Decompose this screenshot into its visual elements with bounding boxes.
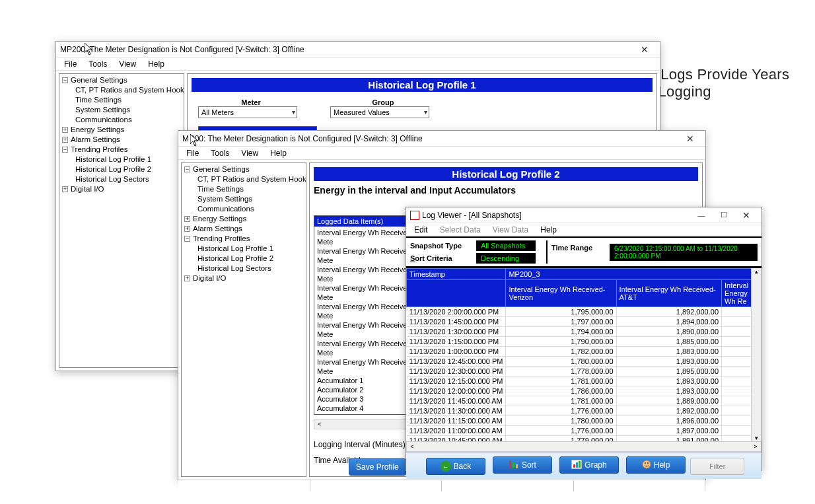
close-icon[interactable]: ✕ bbox=[633, 42, 656, 57]
close-icon[interactable]: ✕ bbox=[679, 131, 701, 146]
collapse-icon[interactable]: − bbox=[62, 147, 68, 153]
data-grid[interactable]: Timestamp MP200_3 Interval Energy Wh Rec… bbox=[406, 268, 762, 441]
maximize-icon[interactable]: ☐ bbox=[713, 208, 735, 223]
table-row[interactable]: 11/13/2020 1:30:00.000 PM1,794,000.001,8… bbox=[407, 327, 762, 337]
tree-item[interactable]: +Energy Settings bbox=[183, 214, 304, 224]
filter-button[interactable]: Filter bbox=[690, 458, 744, 475]
window-title: MMP200: The Meter Designation is Not Con… bbox=[182, 134, 679, 143]
tree-item[interactable]: −General Settings bbox=[183, 164, 304, 174]
tree-item[interactable]: Time Settings bbox=[61, 95, 182, 105]
table-row[interactable]: 11/13/2020 11:00:00.000 AM1,776,000.001,… bbox=[407, 426, 762, 436]
table-row[interactable]: 11/13/2020 12:45:00.000 PM1,780,000.001,… bbox=[407, 357, 762, 367]
tree-item[interactable]: Historical Log Profile 1 bbox=[61, 155, 182, 164]
tree-item[interactable]: Historical Log Profile 1 bbox=[183, 244, 304, 254]
tree-item[interactable]: Historical Log Sectors bbox=[61, 174, 182, 184]
group-dropdown[interactable]: Measured Values bbox=[330, 106, 429, 118]
scroll-left-icon[interactable]: < bbox=[407, 443, 417, 450]
table-row[interactable]: 11/13/2020 2:00:00.000 PM1,795,000.001,8… bbox=[407, 307, 762, 317]
subcol-verizon[interactable]: Interval Energy Wh Received- Verizon bbox=[506, 280, 616, 307]
tree-item[interactable]: System Settings bbox=[183, 194, 304, 204]
menubar: Edit Select Data View Data Help bbox=[406, 223, 762, 236]
tree-item[interactable]: +Digital I/O bbox=[61, 184, 182, 194]
tree-item[interactable]: +Energy Settings bbox=[61, 125, 182, 135]
hscroll[interactable]: < > bbox=[406, 441, 762, 452]
tree-item[interactable]: CT, PT Ratios and System Hookup bbox=[61, 85, 182, 95]
tree-item[interactable]: −Trending Profiles bbox=[183, 234, 304, 244]
menu-tools[interactable]: Tools bbox=[83, 58, 112, 70]
back-button[interactable]: ← Back bbox=[426, 458, 485, 475]
cell-timestamp: 11/13/2020 12:30:00.000 PM bbox=[407, 367, 506, 377]
settings-tree[interactable]: −General SettingsCT, PT Ratios and Syste… bbox=[181, 162, 306, 477]
minimize-icon[interactable]: — bbox=[690, 208, 713, 223]
tree-item[interactable]: −General Settings bbox=[61, 75, 182, 85]
scroll-left-icon[interactable]: < bbox=[314, 421, 325, 427]
tree-item[interactable]: Communications bbox=[61, 115, 182, 125]
scroll-right-icon[interactable]: > bbox=[750, 443, 761, 450]
help-button[interactable]: Help bbox=[626, 456, 686, 474]
snapshot-type-value[interactable]: All Snapshots bbox=[476, 240, 536, 251]
expand-icon[interactable]: + bbox=[184, 216, 190, 222]
collapse-icon[interactable]: − bbox=[184, 236, 190, 242]
col-mp200[interactable]: MP200_3 bbox=[506, 269, 762, 280]
tree-item[interactable]: +Digital I/O bbox=[183, 273, 304, 283]
expand-icon[interactable]: + bbox=[62, 137, 68, 143]
table-row[interactable]: 11/13/2020 1:00:00.000 PM1,782,000.001,8… bbox=[407, 347, 762, 357]
meter-dropdown[interactable]: All Meters bbox=[198, 106, 297, 118]
menu-file[interactable]: File bbox=[181, 147, 204, 159]
cell-value: 1,776,000.00 bbox=[506, 406, 616, 416]
tree-label: System Settings bbox=[197, 195, 252, 203]
snapshot-type-label: Snapshot Type bbox=[410, 242, 476, 250]
menu-view-data[interactable]: View Data bbox=[487, 224, 534, 236]
table-row[interactable]: 11/13/2020 12:15:00.000 PM1,781,000.001,… bbox=[407, 377, 762, 386]
table-row[interactable]: 11/13/2020 11:30:00.000 AM1,776,000.001,… bbox=[407, 406, 762, 416]
menu-file[interactable]: File bbox=[59, 58, 82, 70]
scroll-up-icon[interactable]: ▴ bbox=[752, 268, 762, 275]
tree-item[interactable]: Historical Log Sectors bbox=[183, 264, 304, 273]
subcol-att[interactable]: Interval Energy Wh Received- AT&T bbox=[616, 280, 721, 307]
table-row[interactable]: 11/13/2020 12:00:00.000 PM1,786,000.001,… bbox=[407, 386, 762, 396]
menu-help[interactable]: Help bbox=[143, 58, 170, 70]
table-row[interactable]: 11/13/2020 1:15:00.000 PM1,790,000.001,8… bbox=[407, 337, 762, 347]
col-timestamp[interactable]: Timestamp bbox=[407, 269, 506, 280]
menu-help[interactable]: Help bbox=[265, 147, 292, 159]
time-range-value[interactable]: 6/23/2020 12:15:00.000 AM to 11/13/2020 … bbox=[610, 244, 758, 261]
graph-icon bbox=[571, 460, 582, 471]
expand-icon[interactable]: + bbox=[184, 226, 190, 232]
table-row[interactable]: 11/13/2020 1:45:00.000 PM1,797,000.001,8… bbox=[407, 317, 762, 327]
tree-item[interactable]: Communications bbox=[183, 204, 304, 214]
table-row[interactable]: 11/13/2020 11:45:00.000 AM1,781,000.001,… bbox=[407, 396, 762, 406]
sort-criteria-value[interactable]: Descending bbox=[476, 253, 536, 264]
menu-edit[interactable]: Edit bbox=[409, 224, 433, 236]
tree-item[interactable]: Historical Log Profile 2 bbox=[183, 254, 304, 264]
sort-button[interactable]: Sort bbox=[493, 456, 552, 474]
scroll-down-icon[interactable]: ▾ bbox=[752, 435, 762, 441]
expand-icon[interactable]: + bbox=[184, 275, 190, 281]
tree-item[interactable]: System Settings bbox=[61, 105, 182, 115]
cell-timestamp: 11/13/2020 1:00:00.000 PM bbox=[407, 347, 506, 357]
close-icon[interactable]: ✕ bbox=[735, 208, 758, 223]
tree-item[interactable]: CT, PT Ratios and System Hookup bbox=[183, 174, 304, 184]
graph-button[interactable]: Graph bbox=[559, 456, 619, 474]
menu-help[interactable]: Help bbox=[535, 224, 562, 236]
settings-tree[interactable]: −General SettingsCT, PT Ratios and Syste… bbox=[59, 73, 184, 368]
collapse-icon[interactable]: − bbox=[184, 166, 190, 172]
expand-icon[interactable]: + bbox=[62, 127, 68, 133]
vscroll[interactable]: ▴ ▾ bbox=[751, 268, 762, 441]
expand-icon[interactable]: + bbox=[62, 186, 68, 192]
menu-view[interactable]: View bbox=[114, 58, 141, 70]
collapse-icon[interactable]: − bbox=[62, 77, 68, 83]
cell-value: 1,781,000.00 bbox=[506, 396, 616, 406]
tree-item[interactable]: Historical Log Profile 2 bbox=[61, 164, 182, 174]
table-row[interactable]: 11/13/2020 11:15:00.000 AM1,780,000.001,… bbox=[407, 416, 762, 426]
tree-item[interactable]: −Trending Profiles bbox=[61, 145, 182, 155]
menu-tools[interactable]: Tools bbox=[205, 147, 234, 159]
menu-view[interactable]: View bbox=[236, 147, 264, 159]
tree-item[interactable]: +Alarm Settings bbox=[183, 224, 304, 234]
save-profile-button[interactable]: Save Profile bbox=[349, 458, 406, 476]
menu-select-data[interactable]: Select Data bbox=[435, 224, 486, 236]
table-row[interactable]: 11/13/2020 10:45:00.000 AM1,779,000.001,… bbox=[407, 436, 762, 442]
tree-item[interactable]: +Alarm Settings bbox=[61, 135, 182, 145]
tree-label: Trending Profiles bbox=[71, 145, 128, 153]
table-row[interactable]: 11/13/2020 12:30:00.000 PM1,778,000.001,… bbox=[407, 367, 762, 377]
tree-item[interactable]: Time Settings bbox=[183, 184, 304, 194]
